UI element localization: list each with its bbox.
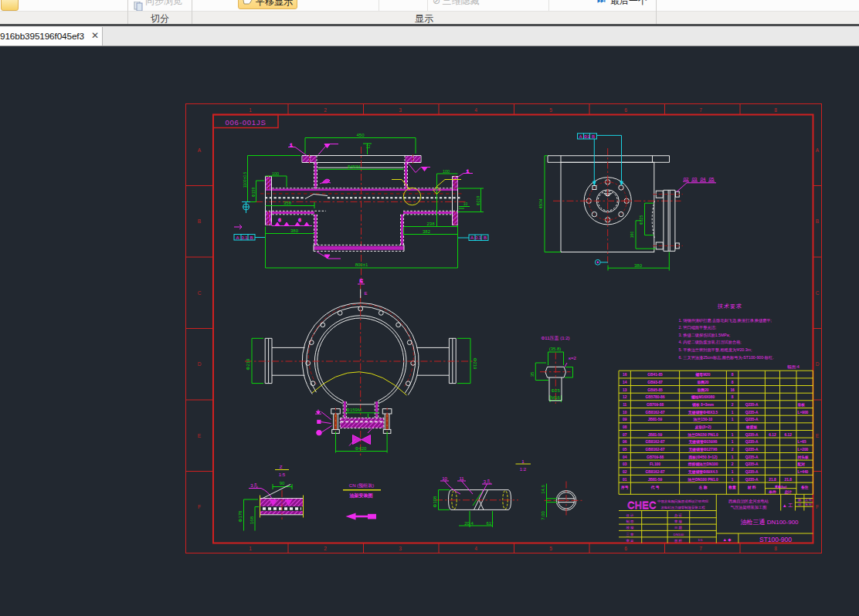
svg-text:2: 2 [732, 462, 734, 466]
svg-text:L=440: L=440 [798, 470, 809, 474]
svg-text:1: 1 [732, 455, 734, 459]
svg-text:3几: 3几 [484, 479, 491, 484]
svg-text:168: 168 [250, 516, 254, 524]
svg-text:1:5: 1:5 [279, 472, 286, 477]
svg-text:21.8: 21.8 [785, 478, 793, 482]
svg-text:FL100: FL100 [650, 462, 660, 466]
svg-text:法兰DN150 PN1.0: 法兰DN150 PN1.0 [687, 432, 718, 437]
svg-text:2: 2 [732, 403, 734, 407]
svg-text:GB41-85: GB41-85 [647, 373, 663, 377]
svg-text:封头板: 封头板 [797, 455, 810, 460]
svg-text:358: 358 [284, 201, 292, 205]
svg-text:E: E [816, 433, 820, 438]
svg-text:F: F [816, 504, 819, 509]
svg-text:技术要求: 技术要求 [717, 303, 742, 310]
svg-text:2: 2 [732, 448, 734, 452]
svg-text:GB8162-87: GB8162-87 [646, 440, 665, 444]
svg-text:Φ420: Φ420 [355, 446, 367, 451]
svg-text:14.6: 14.6 [541, 485, 545, 494]
svg-text:无缝钢管Φ127X6: 无缝钢管Φ127X6 [688, 447, 718, 452]
svg-text:配对: 配对 [798, 462, 806, 467]
svg-text:16: 16 [730, 388, 735, 392]
svg-text:20.4: 20.4 [464, 521, 474, 526]
svg-text:3几: 3几 [250, 483, 257, 488]
svg-text:Q235-A: Q235-A [745, 433, 759, 437]
svg-text:GB8162-87: GB8162-87 [646, 411, 665, 415]
svg-text:GB709-88: GB709-88 [647, 403, 664, 407]
svg-text:7: 7 [699, 107, 702, 113]
svg-text:钢板 δ=3mm: 钢板 δ=3mm [691, 402, 714, 408]
svg-text:Φ178: Φ178 [238, 510, 243, 522]
svg-text:E: E [364, 291, 367, 296]
svg-text:JB81-59: JB81-59 [648, 478, 663, 482]
svg-text:垫圈20: 垫圈20 [697, 388, 709, 393]
svg-text:5. 平焕法兰密封面平整,粗糙度为Ψ20.3m;: 5. 平焕法兰密封面平整,粗糙度为Ψ20.3m; [679, 347, 752, 353]
svg-text:3: 3 [399, 107, 402, 113]
svg-text:代 号: 代 号 [650, 485, 660, 490]
svg-text:12: 12 [623, 395, 627, 399]
svg-text:重量(kg): 重量(kg) [774, 485, 787, 489]
svg-text:GB93-87: GB93-87 [647, 381, 663, 384]
svg-text:油枪三通 DN100-900: 油枪三通 DN100-900 [740, 518, 799, 526]
svg-text:B: B [592, 134, 595, 139]
svg-text:5: 5 [549, 107, 552, 113]
svg-text:GB8162-87: GB8162-87 [646, 448, 665, 452]
svg-text:B: B [816, 218, 819, 224]
svg-text:Φ159: Φ159 [251, 188, 256, 198]
svg-text:8: 8 [774, 107, 777, 113]
svg-text:螺栓M16X080: 螺栓M16X080 [691, 394, 715, 400]
svg-text:GB8162-87: GB8162-87 [646, 470, 665, 474]
svg-text:▲ 工: ▲ 工 [783, 503, 793, 508]
svg-text:西藏自治区金河水电站: 西藏自治区金河水电站 [728, 499, 769, 504]
svg-text:6: 6 [624, 546, 627, 551]
svg-text:A: A [816, 147, 820, 153]
svg-text:E: E [359, 279, 362, 283]
svg-text:M16: M16 [551, 395, 560, 400]
svg-text:B: B [198, 218, 201, 224]
svg-text:面 积: 面 积 [674, 539, 682, 543]
svg-text:共 张: 共 张 [805, 498, 812, 502]
svg-text:382: 382 [423, 229, 431, 234]
svg-text:8: 8 [732, 373, 734, 377]
svg-text:办 证: 办 证 [674, 513, 682, 517]
svg-text:橡胶板: 橡胶板 [745, 425, 758, 430]
svg-text:1:5: 1:5 [698, 538, 704, 542]
svg-text:第 张: 第 张 [805, 503, 812, 506]
svg-text:GB709-88: GB709-88 [647, 455, 664, 459]
svg-text:90: 90 [280, 481, 285, 486]
svg-text:JB81-59: JB81-59 [648, 418, 663, 421]
svg-text:JB81-59: JB81-59 [648, 433, 663, 437]
svg-text:1: 1 [732, 411, 734, 415]
svg-text:C: C [816, 290, 820, 296]
svg-text:κ=2: κ=2 [569, 356, 577, 360]
svg-text:10: 10 [442, 476, 447, 481]
svg-text:CHEC: CHEC [627, 500, 656, 511]
svg-text:6: 6 [298, 218, 301, 222]
svg-text:Φ11压盖 (1:2): Φ11压盖 (1:2) [541, 335, 569, 340]
svg-text:100: 100 [272, 171, 279, 176]
svg-text:L=65: L=65 [798, 440, 806, 444]
svg-text:Q235-A: Q235-A [745, 462, 759, 466]
svg-text:11: 11 [623, 403, 626, 407]
svg-text:6: 6 [278, 218, 281, 222]
svg-text:Φ25: Φ25 [551, 388, 560, 393]
svg-text:07: 07 [623, 433, 627, 437]
svg-text:160: 160 [630, 232, 634, 239]
svg-text:Q235-A: Q235-A [745, 448, 759, 452]
svg-text:Z: Z [280, 465, 283, 469]
svg-text:1: 1 [732, 440, 734, 444]
svg-text:垫板: 垫板 [797, 402, 806, 408]
svg-text:Φ450M: Φ450M [348, 164, 361, 169]
svg-text:100: 100 [443, 169, 450, 174]
svg-text:F: F [198, 504, 201, 509]
svg-text:8: 8 [732, 395, 734, 399]
svg-text:1: 1 [249, 107, 252, 113]
svg-text:7: 7 [699, 546, 702, 551]
svg-text:1. 铸钢件清砂打磨,去除毛刺飞边,焕渣打净,焕缝磨平;: 1. 铸钢件清砂打磨,去除毛刺飞边,焕渣打净,焕缝磨平; [679, 318, 772, 323]
svg-text:450M: 450M [538, 199, 543, 209]
svg-text:02: 02 [623, 470, 627, 474]
svg-text:6: 6 [624, 107, 627, 113]
svg-text:无缝钢管Φ159X6: 无缝钢管Φ159X6 [688, 439, 718, 445]
svg-text:6. 三叉管油漆25cm标志,颜色标号为-ST100-900: 6. 三叉管油漆25cm标志,颜色标号为-ST100-900-标红. [679, 355, 774, 360]
svg-text:12: 12 [366, 144, 371, 149]
